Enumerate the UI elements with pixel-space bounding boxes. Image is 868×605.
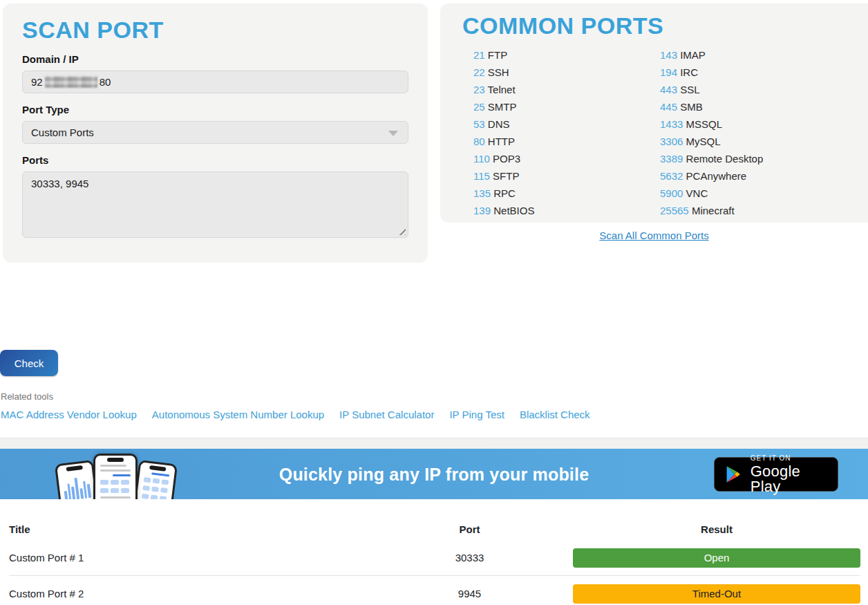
port-item-vnc: 5900 VNC xyxy=(660,185,854,202)
header-port: Port xyxy=(366,523,573,535)
common-ports-panel: COMMON PORTS 21 FTP 22 SSH 23 Telnet 25 … xyxy=(440,3,868,223)
section-divider xyxy=(0,438,868,449)
row-title: Custom Port # 1 xyxy=(9,552,366,564)
table-row: Custom Port # 1 30333 Open xyxy=(9,540,860,576)
phone-mockup-center xyxy=(93,454,138,499)
common-ports-list: 21 FTP 22 SSH 23 Telnet 25 SMTP 53 DNS 8… xyxy=(473,46,854,219)
port-item-rpc: 135 RPC xyxy=(473,185,660,202)
ports-group: Ports 30333, 9945 xyxy=(22,154,408,238)
port-item-netbios: 139 NetBIOS xyxy=(473,202,660,219)
port-type-group: Port Type Custom Ports xyxy=(22,104,408,144)
port-item-pcanywhere: 5632 PCAnywhere xyxy=(660,167,854,185)
check-button[interactable]: Check xyxy=(0,350,58,376)
header-title: Title xyxy=(9,523,366,535)
ports-textarea[interactable]: 30333, 9945 xyxy=(22,171,408,238)
domain-value-prefix: 92 xyxy=(31,76,43,88)
domain-value-suffix: 80 xyxy=(100,76,111,88)
port-item-mssql: 1433 MSSQL xyxy=(660,115,854,133)
redacted-ip-segment xyxy=(45,76,97,88)
scan-all-common-ports-link[interactable]: Scan All Common Ports xyxy=(599,230,708,241)
scan-port-title: SCAN PORT xyxy=(22,17,408,43)
google-play-badge-small-text: GET IT ON xyxy=(751,455,829,462)
table-row: Custom Port # 2 9945 Timed-Out xyxy=(9,576,860,605)
port-item-ssl: 443 SSL xyxy=(660,81,854,98)
google-play-badge[interactable]: GET IT ON Google Play xyxy=(714,457,838,492)
link-blacklist-check[interactable]: Blacklist Check xyxy=(520,409,590,420)
port-item-irc: 194 IRC xyxy=(660,64,854,81)
port-item-telnet: 23 Telnet xyxy=(473,81,660,98)
common-ports-section: COMMON PORTS 21 FTP 22 SSH 23 Telnet 25 … xyxy=(440,3,868,242)
ports-label: Ports xyxy=(22,154,408,166)
port-item-dns: 53 DNS xyxy=(473,115,660,133)
row-port: 9945 xyxy=(366,588,573,599)
related-tools-label: Related tools xyxy=(1,391,868,402)
domain-label: Domain / IP xyxy=(22,53,408,65)
link-ip-subnet-calculator[interactable]: IP Subnet Calculator xyxy=(339,409,434,420)
port-item-ssh: 22 SSH xyxy=(473,64,660,81)
related-tools-links: MAC Address Vendor Lookup Autonomous Sys… xyxy=(1,409,868,420)
port-item-http: 80 HTTP xyxy=(473,133,660,150)
port-type-label: Port Type xyxy=(22,104,408,115)
header-result: Result xyxy=(573,523,860,535)
common-ports-title: COMMON PORTS xyxy=(462,13,854,39)
domain-input[interactable]: 9280 xyxy=(22,71,408,93)
link-asn-lookup[interactable]: Autonomous System Number Lookup xyxy=(152,409,324,420)
port-item-minecraft: 25565 Minecraft xyxy=(660,202,854,219)
port-item-pop3: 110 POP3 xyxy=(473,150,660,167)
common-ports-right-column: 143 IMAP 194 IRC 443 SSL 445 SMB 1433 MS… xyxy=(660,46,854,219)
port-type-selected-value: Custom Ports xyxy=(31,127,94,138)
domain-group: Domain / IP 9280 xyxy=(22,53,408,93)
port-item-imap: 143 IMAP xyxy=(660,46,854,64)
mobile-app-banner: Quickly ping any IP from your mobile GET… xyxy=(0,449,868,499)
google-play-badge-large-text: Google Play xyxy=(751,464,829,494)
google-play-icon xyxy=(724,463,743,485)
port-item-ftp: 21 FTP xyxy=(473,46,660,64)
status-badge: Open xyxy=(573,548,860,568)
scan-results-table: Title Port Result Custom Port # 1 30333 … xyxy=(0,518,868,605)
port-item-smtp: 25 SMTP xyxy=(473,98,660,115)
row-port: 30333 xyxy=(366,552,573,564)
status-badge: Timed-Out xyxy=(573,584,860,604)
port-type-select[interactable]: Custom Ports xyxy=(22,121,408,144)
link-mac-address-vendor-lookup[interactable]: MAC Address Vendor Lookup xyxy=(1,409,137,420)
port-item-smb: 445 SMB xyxy=(660,98,854,115)
phone-notch xyxy=(107,458,124,462)
port-item-mysql: 3306 MySQL xyxy=(660,133,854,150)
link-ip-ping-test[interactable]: IP Ping Test xyxy=(449,409,504,420)
port-item-sftp: 115 SFTP xyxy=(473,167,660,185)
common-ports-left-column: 21 FTP 22 SSH 23 Telnet 25 SMTP 53 DNS 8… xyxy=(473,46,660,219)
scan-port-panel: SCAN PORT Domain / IP 9280 Port Type Cus… xyxy=(3,3,428,263)
port-item-remote-desktop: 3389 Remote Desktop xyxy=(660,150,854,167)
top-section: SCAN PORT Domain / IP 9280 Port Type Cus… xyxy=(0,0,868,263)
row-title: Custom Port # 2 xyxy=(9,588,366,599)
chevron-down-icon xyxy=(388,131,398,136)
results-header-row: Title Port Result xyxy=(9,518,860,540)
